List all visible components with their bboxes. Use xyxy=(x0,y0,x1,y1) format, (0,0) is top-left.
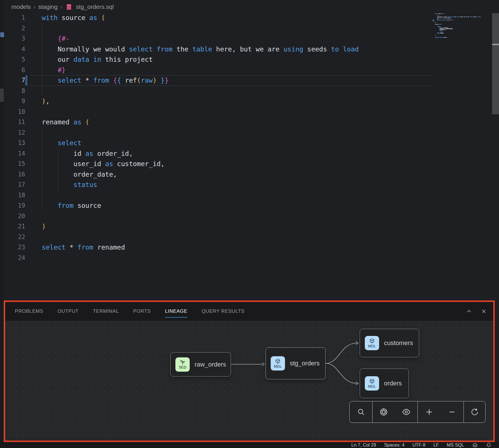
zoom-in-button[interactable] xyxy=(425,408,433,416)
modified-line-gutter-marker xyxy=(25,75,27,85)
tab-lineage[interactable]: LINEAGE xyxy=(165,307,187,316)
gutter-line-number: 12 xyxy=(9,128,25,138)
gutter-line-number: 21 xyxy=(9,221,25,232)
gutter-line-number: 6 xyxy=(9,65,25,75)
refresh-button[interactable] xyxy=(470,408,479,416)
tab-ports[interactable]: PORTS xyxy=(133,307,151,316)
notifications-button[interactable] xyxy=(486,442,492,448)
seed-badge: SED xyxy=(175,357,190,372)
minimap-line xyxy=(435,38,485,39)
gutter-line-number: 4 xyxy=(9,44,25,55)
gutter-line-number: 11 xyxy=(9,117,25,128)
gutter-line-number: 2 xyxy=(9,23,25,34)
minimap-modified-marker xyxy=(433,20,434,21)
code-line[interactable]: status xyxy=(42,180,97,190)
tab-output[interactable]: OUTPUT xyxy=(58,307,78,316)
visibility-button[interactable] xyxy=(402,408,411,416)
code-line[interactable]: user_id as customer_id, xyxy=(42,159,165,169)
code-line[interactable]: order_date, xyxy=(42,169,117,180)
zoom-out-button[interactable] xyxy=(448,408,456,416)
lineage-toolbar xyxy=(349,401,486,423)
code-line[interactable]: ), xyxy=(42,96,50,107)
indentation[interactable]: Spaces: 4 xyxy=(384,443,404,448)
gutter-line-number: 7 xyxy=(9,75,25,86)
lineage-node-orders[interactable]: MDL orders xyxy=(360,369,409,398)
node-label: customers xyxy=(384,339,413,347)
panel-maximize-button[interactable] xyxy=(466,308,472,314)
tab-terminal[interactable]: TERMINAL xyxy=(93,307,119,316)
gutter-line-number: 18 xyxy=(9,190,25,201)
encoding[interactable]: UTF-8 xyxy=(413,443,425,448)
tab-query-results[interactable]: QUERY RESULTS xyxy=(202,307,245,316)
code-line[interactable]: Normally we would select from the table … xyxy=(42,44,359,55)
search-button[interactable] xyxy=(357,408,365,416)
gutter-line-number: 24 xyxy=(9,253,25,263)
gutter-line-number: 15 xyxy=(9,159,25,169)
cube-icon xyxy=(369,379,375,384)
code-line[interactable]: {#- xyxy=(42,33,70,44)
gutter-line-number: 16 xyxy=(9,169,25,180)
panel-tab-bar: PROBLEMS OUTPUT TERMINAL PORTS LINEAGE Q… xyxy=(5,302,493,321)
node-label: orders xyxy=(384,380,402,387)
eol-sequence[interactable]: LF xyxy=(433,443,439,448)
cube-icon xyxy=(275,359,281,364)
breadcrumb-item-file[interactable]: stg_orders.sql xyxy=(76,3,114,10)
language-mode[interactable]: MS SQL xyxy=(447,443,464,448)
gutter-line-number: 17 xyxy=(9,180,25,190)
lineage-node-stg-orders[interactable]: MDL stg_orders xyxy=(266,347,326,379)
code-line[interactable]: renamed as ( xyxy=(42,117,89,128)
overview-ruler-band xyxy=(492,44,499,45)
zoom-out-icon xyxy=(448,408,456,416)
scrollbar[interactable] xyxy=(492,13,499,297)
breadcrumb-item-staging[interactable]: staging xyxy=(38,3,58,10)
panel-close-button[interactable] xyxy=(481,308,487,314)
gutter-line-number: 9 xyxy=(9,96,25,107)
gutter-line-number: 8 xyxy=(9,86,25,96)
search-icon xyxy=(357,408,365,416)
lineage-node-customers[interactable]: MDL customers xyxy=(360,329,419,357)
chevron-right-icon: › xyxy=(60,4,62,10)
model-badge: MDL xyxy=(365,336,379,350)
overview-ruler-modified-decoration xyxy=(0,32,4,37)
code-line[interactable]: id as order_id, xyxy=(42,148,133,159)
gutter-line-number: 10 xyxy=(9,107,25,117)
lineage-node-raw-orders[interactable]: SED raw_orders xyxy=(170,352,231,377)
gutter-line-number: 23 xyxy=(9,242,25,253)
cube-icon xyxy=(369,338,375,344)
cursor-position[interactable]: Ln 7, Col 29 xyxy=(351,443,376,448)
breadcrumb: models › staging › stg_orders.sql xyxy=(11,2,114,11)
gutter-line-number: 19 xyxy=(9,200,25,211)
status-bar: Ln 7, Col 29 Spaces: 4 UTF-8 LF MS SQL xyxy=(0,442,499,448)
code-line[interactable]: #} xyxy=(42,65,66,75)
code-line[interactable]: select xyxy=(42,138,81,148)
code-line[interactable]: select * from renamed xyxy=(42,242,125,253)
edge-stg-to-customers xyxy=(326,343,357,363)
chevron-right-icon: › xyxy=(34,4,35,10)
aperture-button[interactable] xyxy=(379,408,388,416)
node-label: raw_orders xyxy=(195,361,226,368)
code-line[interactable]: from source xyxy=(42,200,101,211)
gutter-line-number: 20 xyxy=(9,211,25,222)
gutter-line-number: 22 xyxy=(9,232,25,242)
vscode-window: models › staging › stg_orders.sql 123456… xyxy=(0,0,499,448)
database-icon xyxy=(66,3,72,10)
code-line[interactable]: our data in this project xyxy=(42,54,153,65)
gutter-line-number: 3 xyxy=(9,33,25,44)
breadcrumb-item-models[interactable]: models xyxy=(11,3,31,10)
copilot-icon xyxy=(472,442,478,448)
left-edge-grip[interactable] xyxy=(0,89,4,102)
edge-stg-to-orders xyxy=(326,363,357,383)
tab-problems[interactable]: PROBLEMS xyxy=(15,307,43,316)
code-line[interactable]: select * from {{ ref(raw) }} xyxy=(42,75,169,86)
code-line[interactable]: with source as ( xyxy=(42,13,105,23)
code-line[interactable]: ) xyxy=(42,221,46,232)
copilot-button[interactable] xyxy=(472,442,478,448)
bell-icon xyxy=(486,442,492,448)
lineage-canvas[interactable]: SED raw_orders MDL stg_orders xyxy=(5,321,493,441)
gutter-line-number: 13 xyxy=(9,138,25,148)
minimap[interactable] xyxy=(435,13,485,41)
aperture-icon xyxy=(379,408,388,416)
scrollbar-thumb[interactable] xyxy=(492,13,499,114)
model-badge: MDL xyxy=(365,376,379,391)
seedling-icon xyxy=(180,360,185,365)
